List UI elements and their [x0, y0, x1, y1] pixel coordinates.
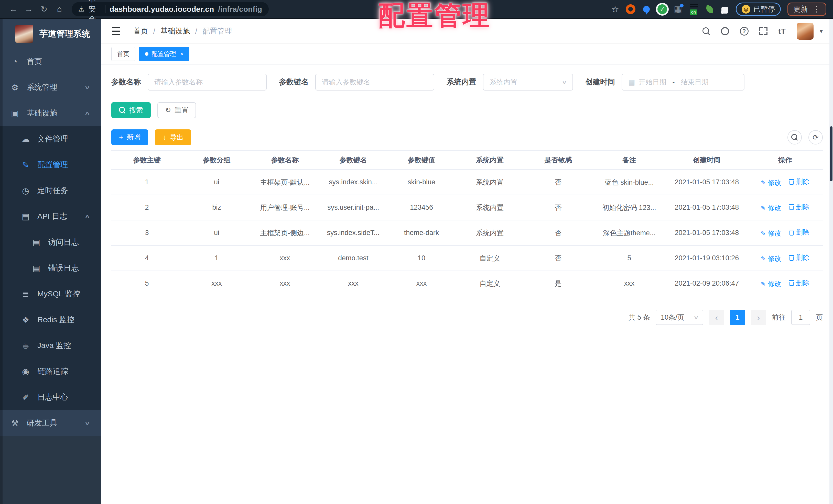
page-size-select[interactable]: 10条/页 ∨: [656, 310, 703, 325]
export-button[interactable]: ↓ 导出: [155, 129, 191, 145]
delete-link[interactable]: 删除: [789, 177, 809, 186]
scrollbar-thumb[interactable]: [830, 126, 832, 181]
table-header-row: 参数主键参数分组参数名称参数键名参数键值系统内置是否敏感备注创建时间操作: [111, 151, 823, 170]
delete-label: 删除: [796, 278, 809, 287]
table-row: 5xxxxxxxxxxxx自定义是xxx2021-02-09 20:06:47✎…: [111, 271, 823, 296]
sidebar-logo-row[interactable]: 芋道管理系统: [0, 19, 101, 49]
table-cell: 自定义: [456, 246, 524, 271]
export-label: 导出: [170, 133, 184, 142]
edit-icon: ✎: [21, 160, 31, 170]
date-separator: -: [672, 78, 674, 86]
sidebar-item[interactable]: ◔首页: [0, 49, 101, 74]
sidebar-item[interactable]: ◉链路追踪: [0, 358, 101, 384]
date-range-picker[interactable]: ▦ 开始日期 - 结束日期: [622, 74, 744, 91]
bookmark-star-icon[interactable]: ☆: [611, 4, 619, 14]
delete-link[interactable]: 删除: [789, 203, 809, 211]
eye-icon: ◉: [21, 367, 31, 376]
page-scrollbar[interactable]: [829, 19, 833, 504]
help-icon[interactable]: ?: [740, 27, 748, 35]
page-number-1[interactable]: 1: [730, 310, 745, 325]
sidebar-item[interactable]: ▤访问日志: [0, 229, 101, 255]
sidebar-item[interactable]: ▤API 日志∧: [0, 204, 101, 229]
edit-icon: ✎: [761, 205, 766, 212]
edit-link[interactable]: ✎修改: [761, 204, 781, 212]
goto-page-input[interactable]: 1: [791, 310, 810, 325]
leaf-extension-icon[interactable]: [706, 5, 714, 13]
edit-link[interactable]: ✎修改: [761, 178, 781, 187]
search-icon[interactable]: [703, 27, 710, 35]
sidebar-item[interactable]: ◷定时任务: [0, 178, 101, 204]
builtin-placeholder: 系统内置: [490, 77, 517, 87]
table-cell: 否: [524, 195, 592, 220]
app-logo-image: [15, 25, 33, 43]
edit-link[interactable]: ✎修改: [761, 279, 781, 288]
paused-badge[interactable]: 已暂停: [736, 3, 781, 16]
table-cell: 4: [111, 246, 183, 271]
actions-cell: ✎修改删除: [747, 246, 823, 271]
builtin-select[interactable]: 系统内置 ∨: [483, 74, 573, 91]
table-toolbar-row: + 新增 ↓ 导出 ⟳: [111, 129, 823, 145]
prev-page-button[interactable]: ‹: [709, 310, 724, 325]
chevron-down-icon[interactable]: ▾: [820, 28, 823, 35]
refresh-table-button[interactable]: ⟳: [808, 130, 823, 145]
add-button[interactable]: + 新增: [111, 129, 148, 145]
search-button[interactable]: 搜索: [111, 102, 151, 118]
reset-button[interactable]: ↻ 重置: [158, 102, 196, 118]
browser-reload-icon[interactable]: ↻: [38, 3, 51, 16]
browser-home-icon[interactable]: ⌂: [53, 3, 66, 16]
font-size-icon[interactable]: tT: [778, 27, 786, 35]
sidebar-item[interactable]: ☁文件管理: [0, 126, 101, 152]
close-icon[interactable]: ×: [180, 51, 184, 57]
edit-link[interactable]: ✎修改: [761, 229, 781, 238]
sidebar-item[interactable]: ✐日志中心: [0, 384, 101, 410]
toggle-search-button[interactable]: [787, 130, 802, 145]
kebab-menu-icon[interactable]: ⋮: [813, 5, 820, 14]
github-icon[interactable]: [721, 27, 729, 35]
param-key-placeholder: 请输入参数键名: [322, 77, 370, 87]
sidebar-item-label: 日志中心: [38, 392, 68, 402]
sidebar-item-label: 配置管理: [38, 159, 68, 170]
column-header: 参数主键: [111, 151, 183, 170]
grid-extension-icon[interactable]: [673, 4, 683, 14]
next-page-button[interactable]: ›: [751, 310, 766, 325]
tab-active[interactable]: 配置管理×: [139, 47, 189, 61]
sidebar-item[interactable]: ✎配置管理: [0, 152, 101, 178]
actions-cell: ✎修改删除: [747, 271, 823, 296]
delete-link[interactable]: 删除: [789, 253, 809, 262]
delete-link[interactable]: 删除: [789, 228, 809, 237]
browser-update-button[interactable]: 更新 ⋮: [787, 3, 826, 16]
sidebar-item[interactable]: ⚙系统管理∨: [0, 74, 101, 100]
delete-link[interactable]: 删除: [789, 278, 809, 287]
table-cell: 系统内置: [456, 170, 524, 195]
chevron-up-icon: ∧: [84, 110, 91, 117]
green-check-extension-icon[interactable]: [658, 4, 667, 14]
browser-forward-icon[interactable]: →: [22, 3, 35, 16]
table-cell: 5: [592, 246, 666, 271]
breadcrumb-item[interactable]: 配置管理: [203, 26, 232, 36]
divider: [105, 5, 105, 13]
tab-item[interactable]: 首页: [111, 47, 135, 61]
sidebar-item[interactable]: ≣MySQL 监控: [0, 281, 101, 307]
sidebar-item[interactable]: ⚒研发工具∨: [0, 410, 101, 436]
sidebar-item-label: Redis 监控: [38, 314, 74, 325]
hamburger-icon[interactable]: ☰: [111, 25, 121, 37]
sidebar-item[interactable]: ▤错误日志: [0, 255, 101, 281]
user-avatar[interactable]: [797, 23, 813, 40]
edit-link[interactable]: ✎修改: [761, 254, 781, 263]
address-bar[interactable]: ⚠ 不安全 dashboard.yudao.iocoder.cn /infra/…: [72, 2, 269, 16]
fullscreen-icon[interactable]: [759, 27, 767, 35]
param-key-input[interactable]: 请输入参数键名: [315, 74, 434, 91]
breadcrumb-item[interactable]: 首页: [133, 26, 148, 36]
param-name-input[interactable]: 请输入参数名称: [148, 74, 267, 91]
blue-pin-extension-icon[interactable]: [643, 6, 650, 12]
sidebar-item[interactable]: ☕Java 监控: [0, 333, 101, 358]
browser-back-icon[interactable]: ←: [7, 3, 20, 16]
breadcrumb-item[interactable]: 基础设施: [161, 26, 190, 36]
table-cell: ui: [183, 170, 251, 195]
sidebar-item[interactable]: ❖Redis 监控: [0, 307, 101, 333]
on-badge-extension-icon[interactable]: [689, 4, 699, 14]
puzzle-extension-icon[interactable]: [721, 7, 728, 14]
search-label: 搜索: [129, 106, 143, 115]
orange-ring-extension-icon[interactable]: [626, 4, 636, 14]
sidebar-item[interactable]: ▣基础设施∧: [0, 100, 101, 126]
